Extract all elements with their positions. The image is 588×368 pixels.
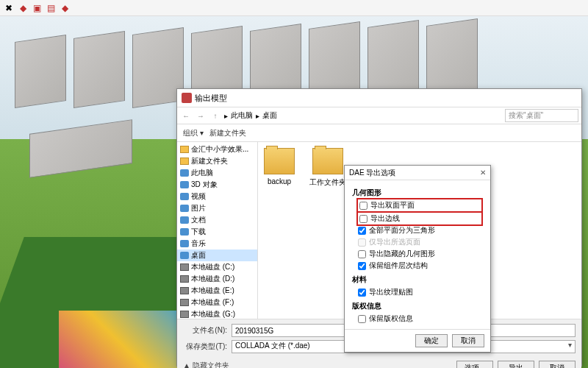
tree-item-3[interactable]: 3D 对象 bbox=[177, 179, 257, 191]
tree-label: 音乐 bbox=[191, 238, 206, 249]
group-copyright: 版权信息 bbox=[352, 301, 483, 311]
breadcrumb-sep: ▸ bbox=[256, 112, 259, 120]
tool-settings-icon[interactable]: ✖ bbox=[3, 2, 15, 14]
dialog-titlebar: 输出模型 bbox=[177, 89, 581, 107]
tree-label: 3D 对象 bbox=[191, 180, 218, 190]
sys-icon bbox=[180, 252, 189, 259]
tree-item-6[interactable]: 文档 bbox=[177, 214, 257, 226]
export-button[interactable]: 导出 bbox=[498, 361, 534, 368]
tree-item-8[interactable]: 音乐 bbox=[177, 238, 257, 250]
drive-icon bbox=[180, 299, 189, 306]
tree-item-1[interactable]: 新建文件夹 bbox=[177, 155, 257, 167]
drive-icon bbox=[180, 263, 189, 271]
tool-ruby4-icon[interactable]: ◆ bbox=[59, 2, 71, 14]
breadcrumb-0[interactable]: 此电脑 bbox=[231, 110, 253, 121]
tree-item-4[interactable]: 视频 bbox=[177, 191, 257, 202]
tree-item-7[interactable]: 下载 bbox=[177, 226, 257, 238]
sys-icon bbox=[180, 193, 189, 200]
tree-item-14[interactable]: 本地磁盘 (G:) bbox=[177, 308, 257, 319]
tree-label: 视频 bbox=[191, 191, 206, 202]
breadcrumb-1[interactable]: 桌面 bbox=[262, 110, 277, 121]
tool-ruby1-icon[interactable]: ◆ bbox=[17, 2, 29, 14]
group-material: 材料 bbox=[352, 275, 483, 285]
tree-label: 本地磁盘 (G:) bbox=[191, 309, 235, 319]
folder-icon bbox=[312, 148, 343, 174]
sys-icon bbox=[180, 228, 189, 236]
tree-label: 本地磁盘 (D:) bbox=[191, 274, 234, 284]
check-credits[interactable]: 保留版权信息 bbox=[352, 313, 483, 325]
nav-up-icon[interactable]: ↑ bbox=[209, 110, 221, 121]
tree-item-5[interactable]: 图片 bbox=[177, 202, 257, 214]
tree-label: 文档 bbox=[191, 215, 206, 225]
main-toolbar: ✖ ◆ ▣ ▤ ◆ bbox=[0, 0, 588, 16]
cancel-button[interactable]: 取消 bbox=[539, 361, 576, 368]
tree-label: 本地磁盘 (F:) bbox=[191, 297, 234, 308]
drive-icon bbox=[180, 311, 189, 318]
filename-label: 文件名(N): bbox=[183, 325, 227, 336]
dialog-toolbar: 组织 ▾ 新建文件夹 bbox=[177, 124, 581, 142]
folder-icon bbox=[180, 146, 189, 153]
options-dialog: DAE 导出选项 ✕ 几何图形 导出双面平面 导出边线 全部平面分为三角形 仅导… bbox=[344, 165, 491, 353]
sys-icon bbox=[180, 240, 189, 247]
file-item-1[interactable]: 工作文件夹 bbox=[309, 148, 346, 188]
folder-icon bbox=[180, 158, 189, 165]
file-label: 工作文件夹 bbox=[309, 177, 346, 188]
check-selection: 仅导出所选页面 bbox=[352, 236, 483, 248]
organize-menu[interactable]: 组织 ▾ bbox=[183, 128, 204, 138]
breadcrumb-sep: ▸ bbox=[224, 112, 228, 120]
check-edges[interactable]: 导出边线 bbox=[356, 211, 483, 226]
tree-item-9[interactable]: 桌面 bbox=[177, 250, 257, 261]
drive-icon bbox=[180, 287, 189, 294]
folder-icon bbox=[264, 148, 295, 174]
tool-ruby3-icon[interactable]: ▤ bbox=[45, 2, 57, 14]
sys-icon bbox=[180, 216, 189, 224]
tree-item-0[interactable]: 金汇中小学效果... bbox=[177, 144, 257, 155]
check-triangulate[interactable]: 全部平面分为三角形 bbox=[352, 224, 483, 236]
sys-icon bbox=[180, 205, 189, 212]
tree-item-12[interactable]: 本地磁盘 (E:) bbox=[177, 285, 257, 297]
file-item-0[interactable]: backup bbox=[264, 148, 295, 185]
tree-label: 本地磁盘 (C:) bbox=[191, 262, 234, 272]
tree-label: 此电脑 bbox=[191, 168, 213, 178]
options-titlebar: DAE 导出选项 ✕ bbox=[345, 166, 490, 180]
tree-label: 金汇中小学效果... bbox=[191, 144, 248, 155]
tree-label: 本地磁盘 (E:) bbox=[191, 286, 234, 296]
close-icon[interactable]: ✕ bbox=[480, 169, 486, 177]
tree-label: 桌面 bbox=[191, 250, 206, 261]
tree-label: 图片 bbox=[191, 203, 206, 213]
check-two-sided[interactable]: 导出双面平面 bbox=[356, 198, 483, 213]
file-label: backup bbox=[264, 177, 295, 185]
tree-item-11[interactable]: 本地磁盘 (D:) bbox=[177, 273, 257, 285]
options-cancel-button[interactable]: 取消 bbox=[452, 334, 484, 347]
tree-item-10[interactable]: 本地磁盘 (C:) bbox=[177, 261, 257, 273]
tree-item-13[interactable]: 本地磁盘 (F:) bbox=[177, 297, 257, 308]
app-icon bbox=[182, 93, 192, 103]
tree-label: 下载 bbox=[191, 227, 206, 237]
options-ok-button[interactable]: 确定 bbox=[415, 334, 448, 347]
group-geometry: 几何图形 bbox=[352, 188, 483, 198]
check-textures[interactable]: 导出纹理贴图 bbox=[352, 286, 483, 298]
folder-tree[interactable]: 金汇中小学效果...新建文件夹此电脑3D 对象视频图片文档下载音乐桌面本地磁盘 … bbox=[177, 142, 258, 319]
sys-icon bbox=[180, 169, 189, 177]
check-hierarchy[interactable]: 保留组件层次结构 bbox=[352, 260, 483, 272]
tree-label: 新建文件夹 bbox=[191, 156, 228, 166]
nav-fwd-icon[interactable]: → bbox=[195, 110, 207, 121]
tool-ruby2-icon[interactable]: ▣ bbox=[31, 2, 43, 14]
dialog-title: 输出模型 bbox=[195, 93, 227, 104]
sys-icon bbox=[180, 181, 189, 188]
check-hidden[interactable]: 导出隐藏的几何图形 bbox=[352, 248, 483, 260]
hide-folders-toggle[interactable]: ▲ 隐藏文件夹 bbox=[183, 361, 229, 368]
tree-item-2[interactable]: 此电脑 bbox=[177, 167, 257, 179]
nav-back-icon[interactable]: ← bbox=[180, 110, 192, 121]
options-button[interactable]: 选项... bbox=[456, 361, 493, 368]
options-title: DAE 导出选项 bbox=[349, 168, 395, 178]
dialog-nav: ← → ↑ ▸ 此电脑 ▸ 桌面 搜索"桌面" bbox=[177, 107, 581, 124]
new-folder-button[interactable]: 新建文件夹 bbox=[209, 128, 246, 138]
type-label: 保存类型(T): bbox=[183, 342, 227, 352]
drive-icon bbox=[180, 275, 189, 283]
search-input[interactable]: 搜索"桌面" bbox=[505, 109, 578, 122]
